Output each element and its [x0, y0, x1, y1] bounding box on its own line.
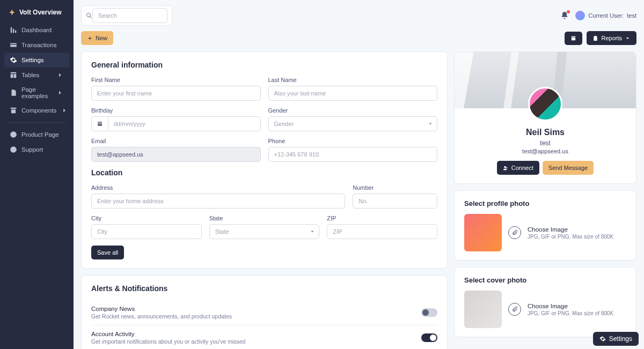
chart-icon: [10, 26, 17, 34]
brand-label: Volt Overview: [19, 9, 61, 16]
address-label: Address: [91, 184, 345, 191]
new-button[interactable]: New: [81, 31, 113, 45]
connect-label: Connect: [511, 165, 533, 171]
send-message-button[interactable]: Send Message: [543, 161, 594, 175]
profile-photo-thumb: [464, 214, 502, 251]
general-info-card: General information First Name Last Name: [81, 51, 448, 269]
state-select[interactable]: [209, 224, 320, 239]
cover-photo-thumb: [464, 291, 502, 328]
brand[interactable]: Volt Overview: [4, 6, 69, 23]
number-label: Number: [353, 184, 437, 191]
phone-input[interactable]: [268, 147, 438, 162]
email-input[interactable]: [91, 147, 261, 162]
notifications-button[interactable]: [560, 11, 569, 20]
profile-photo-card: Select profile photo Choose Image JPG, G…: [454, 190, 636, 261]
topbar: Current User: test: [74, 0, 644, 29]
zip-input[interactable]: [327, 224, 437, 239]
save-all-button[interactable]: Save all: [91, 246, 124, 259]
email-label: Email: [91, 138, 261, 144]
sidebar-item-product-page[interactable]: Product Page: [4, 127, 69, 142]
sidebar-item-transactions[interactable]: Transactions: [4, 38, 69, 53]
plus-icon: [10, 146, 17, 153]
city-label: City: [91, 215, 202, 221]
alert-desc: Get important notifications about you or…: [91, 338, 245, 345]
settings-fab[interactable]: Settings: [593, 332, 639, 346]
search-icon: [86, 12, 92, 19]
sidebar-item-label: Dashboard: [21, 27, 52, 33]
alert-row-company-news: Company News Get Rocket news, announceme…: [91, 300, 437, 325]
city-input[interactable]: [91, 224, 202, 239]
svg-point-0: [10, 131, 17, 138]
sidebar-item-label: Components: [21, 107, 56, 114]
alert-desc: Get Rocket news, announcements, and prod…: [91, 313, 232, 320]
calendar-widget-button[interactable]: [565, 32, 582, 45]
toggle-company-news[interactable]: [421, 308, 437, 317]
sidebar-item-label: Settings: [21, 57, 44, 63]
choose-hint: JPG, GIF or PNG. Max size of 800K: [528, 234, 613, 240]
profile-name: Neil Sims: [463, 128, 627, 137]
sidebar-item-page-examples[interactable]: Page examples: [4, 83, 69, 103]
table-icon: [10, 71, 17, 79]
cover-photo-card: Select cover photo Choose Image JPG, GIF…: [454, 267, 636, 337]
clipboard-icon: [592, 35, 598, 41]
alert-row-account-activity: Account Activity Get important notificat…: [91, 325, 437, 349]
avatar: [528, 87, 562, 121]
alerts-title: Alerts & Notifications: [91, 284, 437, 293]
number-input[interactable]: [353, 194, 437, 209]
sidebar-item-label: Support: [21, 146, 43, 153]
notification-dot: [567, 10, 570, 13]
chevron-right-icon: [56, 89, 64, 96]
choose-hint: JPG, GIF or PNG. Max size of 800K: [528, 310, 613, 316]
alert-title: Company News: [91, 306, 232, 312]
sidebar-item-support[interactable]: Support: [4, 142, 69, 157]
general-title: General information: [91, 61, 437, 69]
gender-label: Gender: [268, 107, 438, 114]
profile-card: Neil Sims test test@appseed.us Connect S…: [454, 51, 636, 184]
attach-button[interactable]: [508, 303, 521, 316]
choose-label[interactable]: Choose Image: [528, 303, 613, 309]
search-box[interactable]: [81, 5, 172, 26]
sidebar-item-components[interactable]: Components: [4, 103, 69, 118]
sidebar-item-dashboard[interactable]: Dashboard: [4, 23, 69, 38]
user-plus-icon: [503, 165, 509, 171]
gender-select[interactable]: [268, 116, 438, 131]
lightning-icon: [9, 9, 16, 16]
chevron-right-icon: [61, 107, 68, 114]
sidebar-item-tables[interactable]: Tables: [4, 68, 69, 83]
new-label: New: [96, 35, 107, 41]
sidebar-item-label: Tables: [21, 72, 39, 78]
sidebar-item-label: Transactions: [21, 42, 56, 48]
choose-label[interactable]: Choose Image: [528, 226, 613, 233]
user-menu[interactable]: Current User: test: [575, 11, 636, 20]
address-input[interactable]: [91, 194, 345, 209]
page-icon: [10, 89, 17, 96]
alert-title: Account Activity: [91, 331, 245, 337]
reports-button[interactable]: Reports: [587, 31, 636, 45]
toggle-account-activity[interactable]: [421, 333, 437, 342]
svg-point-1: [10, 146, 17, 153]
gear-icon: [599, 336, 606, 342]
sidebar-item-settings[interactable]: Settings: [4, 53, 69, 68]
calendar-icon: [97, 121, 103, 127]
cover-photo-title: Select cover photo: [464, 276, 626, 284]
divider: [8, 122, 66, 123]
state-label: State: [209, 215, 320, 221]
card-icon: [10, 41, 17, 49]
last-name-input[interactable]: [268, 86, 438, 101]
save-all-label: Save all: [97, 249, 118, 256]
birthday-input[interactable]: [108, 116, 261, 131]
gear-icon: [10, 56, 17, 64]
info-icon: [10, 131, 17, 138]
send-label: Send Message: [548, 165, 588, 171]
sidebar: Volt Overview Dashboard Transactions Set…: [0, 0, 74, 349]
calendar-addon: [91, 116, 108, 131]
alerts-card: Alerts & Notifications Company News Get …: [81, 275, 448, 349]
search-input[interactable]: [92, 8, 167, 23]
first-name-input[interactable]: [91, 86, 261, 101]
profile-role: test: [463, 139, 627, 147]
first-name-label: First Name: [91, 77, 261, 83]
attach-button[interactable]: [508, 226, 521, 239]
connect-button[interactable]: Connect: [497, 161, 539, 175]
sidebar-item-label: Product Page: [21, 131, 59, 138]
fab-label: Settings: [609, 335, 632, 343]
